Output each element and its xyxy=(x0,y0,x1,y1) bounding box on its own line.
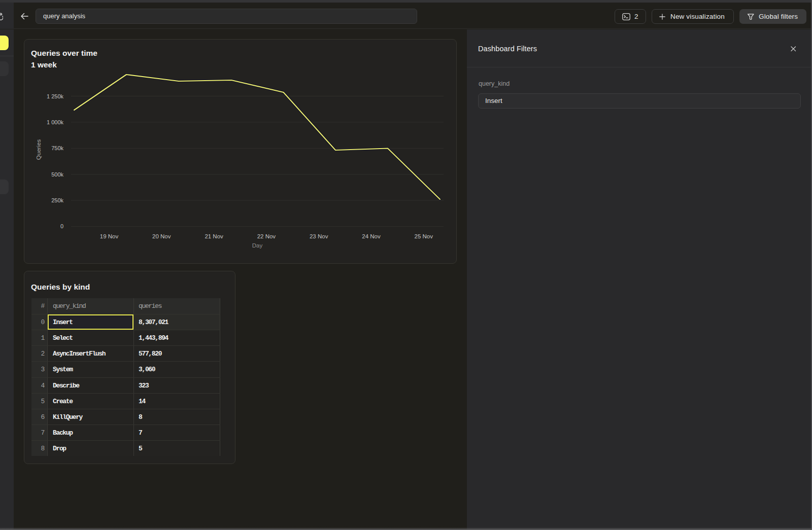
svg-text:1 000k: 1 000k xyxy=(47,119,64,125)
svg-text:20 Nov: 20 Nov xyxy=(152,233,171,239)
svg-text:25 Nov: 25 Nov xyxy=(415,233,433,239)
svg-text:21 Nov: 21 Nov xyxy=(205,233,223,239)
svg-text:Day: Day xyxy=(252,242,263,249)
svg-text:500k: 500k xyxy=(51,171,63,178)
svg-text:22 Nov: 22 Nov xyxy=(257,233,276,239)
svg-text:24 Nov: 24 Nov xyxy=(362,233,381,239)
svg-text:23 Nov: 23 Nov xyxy=(310,233,328,239)
svg-text:Queries: Queries xyxy=(36,139,42,160)
svg-text:750k: 750k xyxy=(51,145,63,151)
svg-text:1 250k: 1 250k xyxy=(47,93,64,99)
svg-text:0: 0 xyxy=(60,223,63,229)
svg-text:250k: 250k xyxy=(51,197,63,203)
svg-text:19 Nov: 19 Nov xyxy=(100,233,119,239)
